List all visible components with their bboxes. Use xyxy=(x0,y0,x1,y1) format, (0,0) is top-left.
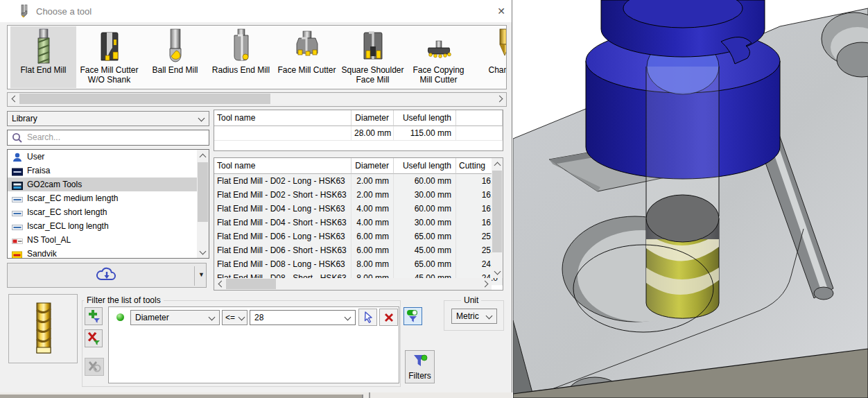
table-row[interactable]: Flat End Mill - D02 - Long - HSK632.00 m… xyxy=(214,174,503,189)
table-row[interactable]: Flat End Mill - D06 - Long - HSK636.00 m… xyxy=(214,230,503,244)
table-row[interactable]: Flat End Mill - D04 - Short - HSK634.00 … xyxy=(214,216,503,230)
table-cell: 30.00 mm xyxy=(394,188,456,202)
filter-enable-toggle-button[interactable] xyxy=(403,307,422,325)
column-header[interactable] xyxy=(456,110,503,126)
table-cell: Flat End Mill - D06 - Long - HSK63 xyxy=(214,230,351,244)
table-cell: 45.00 mm xyxy=(394,243,456,258)
dialog-titlebar[interactable]: Choose a tool ✕ xyxy=(0,0,512,22)
scroll-right-icon[interactable] xyxy=(480,278,492,290)
tool-type-tile-face-mill-cutter[interactable]: Face Mill Cutter xyxy=(274,26,340,88)
scroll-up-icon[interactable] xyxy=(197,150,209,162)
filter-groupbox-title: Filter the list of tools xyxy=(84,295,164,305)
remove-filter-button[interactable] xyxy=(85,329,103,347)
table-row[interactable]: Flat End Mill - D06 - Short - HSK636.00 … xyxy=(214,243,503,258)
remove-filter-icon xyxy=(87,331,101,345)
library-list-item[interactable]: Iscar_EC medium length xyxy=(8,191,197,205)
tool-type-tile-face-copying-mill-cutter[interactable]: Face Copying Mill Cutter xyxy=(406,26,471,88)
library-list-item-label: Iscar_ECL long length xyxy=(27,219,109,233)
column-header[interactable]: Tool name xyxy=(214,158,351,174)
library-combobox[interactable]: Library xyxy=(7,111,209,126)
chevron-down-icon xyxy=(209,314,216,321)
library-list-item[interactable]: Fraisa xyxy=(8,164,197,178)
tool-type-tile-face-mill-wo-shank[interactable]: Face Mill Cutter W/O Shank xyxy=(76,26,142,88)
results-hscrollbar[interactable] xyxy=(214,278,492,290)
scroll-up-icon[interactable] xyxy=(492,158,503,170)
filter-field-combobox[interactable]: Diameter xyxy=(130,310,220,325)
download-library-button[interactable]: ▼ xyxy=(7,263,207,288)
scrollbar-thumb[interactable] xyxy=(198,162,208,222)
fraisa-logo xyxy=(12,166,23,175)
sandvik-logo xyxy=(12,250,23,258)
pick-value-button[interactable] xyxy=(358,309,377,326)
tool-strip-scrollbar[interactable] xyxy=(7,92,507,107)
cloud-download-icon xyxy=(95,266,119,285)
nstool-logo xyxy=(12,236,23,244)
tool-type-strip: Flat End MillFace Mill Cutter W/O ShankB… xyxy=(7,25,507,89)
library-search-box[interactable]: Search... xyxy=(7,130,209,146)
scroll-left-icon[interactable] xyxy=(214,278,226,290)
chevron-down-icon xyxy=(486,313,493,320)
tool-type-tile-flat-end-mill[interactable]: Flat End Mill xyxy=(10,26,76,88)
tool-app-icon xyxy=(19,4,30,18)
scroll-down-icon[interactable] xyxy=(197,246,209,258)
red-x-icon xyxy=(383,312,394,323)
cad-3d-viewport[interactable] xyxy=(513,0,868,398)
tool-type-label: Chamfer xyxy=(471,65,507,75)
column-header[interactable]: Tool name xyxy=(214,110,351,126)
download-dropdown-icon[interactable]: ▼ xyxy=(198,271,205,278)
close-icon[interactable]: ✕ xyxy=(492,3,510,19)
clear-filter-button-disabled[interactable] xyxy=(85,358,104,376)
tool-type-tile-chamfer-tool[interactable]: Chamfer xyxy=(471,26,507,88)
table-cell: Flat End Mill - D04 - Long - HSK63 xyxy=(214,202,351,216)
filters-button[interactable]: Filters xyxy=(405,350,435,383)
library-list-item[interactable]: User xyxy=(8,150,197,164)
filter-value-combobox[interactable]: 28 xyxy=(250,310,356,325)
table-cell: 6.00 mm xyxy=(351,230,394,244)
search-icon xyxy=(12,132,23,144)
filter-rows-container: Diameter <= 28 xyxy=(108,306,399,383)
tool-preview-box xyxy=(8,294,78,363)
table-cell: 30.00 mm xyxy=(394,216,456,230)
delete-filter-row-button[interactable] xyxy=(379,309,398,326)
table-row[interactable]: 28.00 mm115.00 mm xyxy=(214,126,503,141)
table-row[interactable]: Flat End Mill - D04 - Long - HSK634.00 m… xyxy=(214,202,503,216)
library-list-item[interactable]: NS Tool_AL xyxy=(8,233,197,247)
filter-operator-combobox[interactable]: <= xyxy=(222,310,248,325)
column-header[interactable]: Diameter xyxy=(351,158,394,174)
column-header[interactable]: Diameter xyxy=(351,110,394,126)
table-row[interactable]: Flat End Mill - D08 - Long - HSK638.00 m… xyxy=(214,257,503,272)
face-copying-mill-cutter-icon xyxy=(406,28,471,64)
table-header-row: Tool nameDiameterUseful lengthCutting xyxy=(214,158,503,174)
scrollbar-thumb[interactable] xyxy=(19,94,270,104)
add-filter-button[interactable] xyxy=(85,307,103,325)
radius-end-mill-icon xyxy=(208,28,274,64)
table-cell: 4.00 mm xyxy=(351,202,394,216)
table-header-row: Tool nameDiameterUseful length xyxy=(214,110,503,126)
square-shoulder-face-mill-icon xyxy=(340,28,406,64)
scroll-left-icon[interactable] xyxy=(8,93,19,105)
scrollbar-thumb[interactable] xyxy=(492,171,502,252)
unit-combobox[interactable]: Metric xyxy=(451,309,497,324)
scroll-down-icon[interactable] xyxy=(492,266,503,278)
divider xyxy=(194,266,195,286)
tool-type-tile-square-shoulder-face-mill[interactable]: Square Shoulder Face Mill xyxy=(340,26,406,88)
tool-type-tile-radius-end-mill[interactable]: Radius End Mill xyxy=(208,26,274,88)
tool-type-tile-ball-end-mill[interactable]: Ball End Mill xyxy=(142,26,208,88)
column-header[interactable]: Useful length xyxy=(394,158,456,174)
library-list-item-label: Iscar_EC short length xyxy=(27,205,107,219)
library-list-item[interactable]: Sandvik xyxy=(8,247,197,259)
table-row[interactable]: Flat End Mill - D02 - Short - HSK632.00 … xyxy=(214,188,503,202)
library-list-scrollbar[interactable] xyxy=(197,150,209,258)
scrollbar-thumb[interactable] xyxy=(226,279,276,289)
library-list-item[interactable]: Iscar_EC short length xyxy=(8,205,197,219)
results-vscrollbar[interactable] xyxy=(492,158,503,278)
library-list-item[interactable]: Iscar_ECL long length xyxy=(8,219,197,233)
column-header[interactable]: Useful length xyxy=(394,110,456,126)
library-list-item[interactable]: GO2cam Tools xyxy=(8,178,197,191)
unit-groupbox: Unit Metric xyxy=(444,300,504,331)
add-filter-icon xyxy=(87,309,101,323)
table-cell: 2.00 mm xyxy=(351,174,394,189)
face-mill-cutter-icon xyxy=(274,28,340,64)
scroll-right-icon[interactable] xyxy=(494,93,506,105)
table-cell: Flat End Mill - D04 - Short - HSK63 xyxy=(214,216,351,230)
